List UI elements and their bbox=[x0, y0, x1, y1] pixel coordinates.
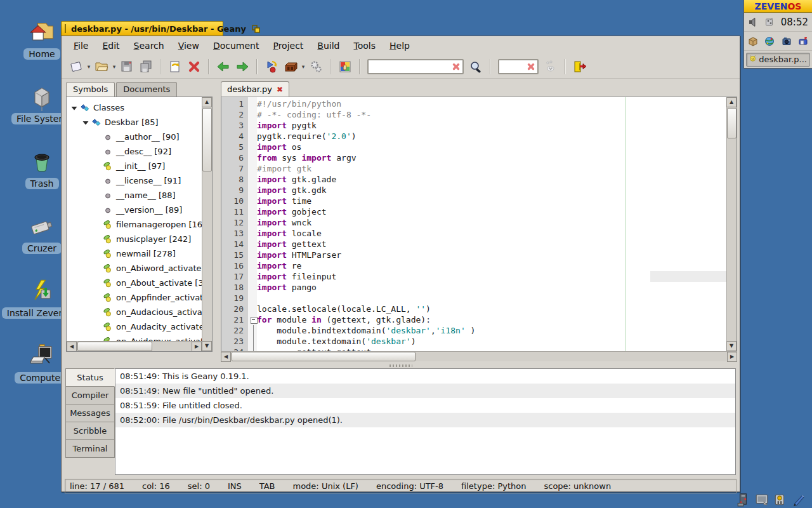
tree-item-onAbiwordactivate[interactable]: on_Abiword_activate [4 bbox=[67, 261, 202, 276]
menu-view[interactable]: View bbox=[171, 38, 206, 53]
close-icon[interactable] bbox=[185, 57, 204, 76]
dropdown-arrow-icon[interactable]: ▾ bbox=[300, 64, 306, 70]
window-close-button[interactable] bbox=[65, 24, 66, 33]
tab-close-icon[interactable]: ✖ bbox=[277, 85, 283, 94]
tree-item-license[interactable]: __license__ [91] bbox=[67, 173, 202, 188]
forward-icon[interactable] bbox=[233, 57, 252, 76]
tree-item-desc[interactable]: __desc__ [92] bbox=[67, 144, 202, 159]
tab-documents[interactable]: Documents bbox=[116, 82, 177, 97]
clock[interactable]: 08:52 bbox=[781, 17, 808, 28]
tree-item-version[interactable]: __version__ [89] bbox=[67, 203, 202, 217]
mixer-icon[interactable] bbox=[764, 17, 775, 27]
tree-item-Deskbar[interactable]: Deskbar [85] bbox=[67, 115, 202, 130]
scroll-up-icon[interactable]: ▲ bbox=[726, 97, 737, 107]
scroll-thumb[interactable] bbox=[202, 108, 212, 171]
menu-project[interactable]: Project bbox=[266, 38, 310, 53]
window-title-tab[interactable]: deskbar.py - /usr/bin/Deskbar - Geany bbox=[61, 21, 223, 36]
volume-icon[interactable] bbox=[748, 17, 758, 27]
revert-icon[interactable] bbox=[166, 57, 185, 76]
tree-item-Classes[interactable]: Classes bbox=[67, 100, 202, 115]
status-message[interactable]: 08:51:59: File untitled closed. bbox=[115, 398, 735, 413]
stylus-icon[interactable] bbox=[792, 493, 806, 507]
system-tower-icon[interactable] bbox=[737, 493, 750, 507]
scroll-down-icon[interactable]: ▼ bbox=[202, 341, 212, 351]
goto-line-icon[interactable] bbox=[541, 57, 560, 76]
tree-item-newmail[interactable]: newmail [278] bbox=[67, 246, 202, 261]
search-entry-input[interactable] bbox=[369, 61, 451, 72]
scroll-right-icon[interactable]: ▶ bbox=[192, 342, 202, 352]
scroll-up-icon[interactable]: ▲ bbox=[202, 97, 212, 107]
open-file-icon[interactable] bbox=[92, 57, 111, 76]
tab-symbols[interactable]: Symbols bbox=[66, 82, 115, 97]
tree-label: Classes bbox=[93, 103, 124, 112]
tree-item-author[interactable]: __author__ [90] bbox=[67, 130, 202, 144]
expander-icon[interactable] bbox=[70, 104, 78, 112]
save-all-icon[interactable] bbox=[136, 57, 155, 76]
menu-build[interactable]: Build bbox=[310, 38, 346, 53]
task-button-deskbar[interactable]: deskbar.p... bbox=[746, 53, 810, 67]
tree-item-onAboutactivate[interactable]: on_About_activate [389 bbox=[67, 276, 202, 290]
fold-margin[interactable] bbox=[248, 97, 257, 351]
new-document-icon[interactable] bbox=[67, 57, 86, 76]
run-icon[interactable] bbox=[306, 57, 325, 76]
goto-entry[interactable] bbox=[498, 59, 539, 74]
msgtab-scribble[interactable]: Scribble bbox=[65, 422, 115, 440]
tree-item-onAudaciousactivate[interactable]: on_Audacious_activate bbox=[67, 305, 202, 319]
search-icon[interactable] bbox=[466, 57, 485, 76]
back-icon[interactable] bbox=[214, 57, 233, 76]
tree-item-onAppfinderactivate[interactable]: on_Appfinder_activate bbox=[67, 290, 202, 305]
menu-file[interactable]: File bbox=[67, 38, 95, 53]
tab-deskbar-py[interactable]: deskbar.py ✖ bbox=[221, 81, 289, 97]
quit-icon[interactable] bbox=[570, 57, 589, 76]
scroll-thumb[interactable] bbox=[232, 352, 416, 361]
fold-minus-icon[interactable] bbox=[249, 314, 258, 325]
build-icon[interactable] bbox=[281, 57, 300, 76]
tree-item-filemanageropen[interactable]: filemanageropen [160] bbox=[67, 217, 202, 232]
tree-item-name[interactable]: __name__ [88] bbox=[67, 188, 202, 203]
power-device-icon[interactable] bbox=[773, 493, 787, 507]
mail-icon[interactable] bbox=[798, 36, 808, 46]
scroll-left-icon[interactable]: ◀ bbox=[67, 342, 77, 352]
status-message[interactable]: 08:51:49: This is Geany 0.19.1. bbox=[115, 369, 735, 384]
package-icon[interactable] bbox=[748, 36, 758, 46]
window-zoom-button[interactable] bbox=[251, 24, 261, 34]
menu-tools[interactable]: Tools bbox=[347, 38, 383, 53]
clear-icon[interactable] bbox=[451, 62, 461, 72]
expander-icon[interactable] bbox=[82, 119, 89, 126]
sidebar-vscrollbar[interactable]: ▲ ▼ bbox=[202, 97, 212, 351]
tree-item-musicplayer[interactable]: musicplayer [242] bbox=[67, 232, 202, 246]
display-icon[interactable] bbox=[755, 493, 769, 507]
menu-search[interactable]: Search bbox=[127, 38, 171, 53]
tree-item-init[interactable]: __init__ [97] bbox=[67, 159, 202, 173]
goto-entry-input[interactable] bbox=[499, 61, 526, 72]
search-entry[interactable] bbox=[367, 59, 464, 74]
scroll-thumb[interactable] bbox=[77, 342, 152, 351]
msgtab-compiler[interactable]: Compiler bbox=[65, 386, 115, 404]
pane-splitter[interactable] bbox=[62, 363, 740, 368]
scroll-left-icon[interactable]: ◀ bbox=[221, 352, 231, 362]
scroll-down-icon[interactable]: ▼ bbox=[726, 341, 737, 351]
msgtab-terminal[interactable]: Terminal bbox=[65, 439, 115, 458]
web-browser-icon[interactable] bbox=[764, 36, 775, 46]
scroll-right-icon[interactable]: ▶ bbox=[727, 352, 737, 362]
sidebar-hscrollbar[interactable]: ◀ ▶ bbox=[67, 341, 202, 351]
menu-help[interactable]: Help bbox=[383, 38, 417, 53]
clear-icon[interactable] bbox=[526, 62, 536, 72]
editor-hscrollbar[interactable]: ◀ ▶ bbox=[221, 351, 737, 361]
msgtab-status[interactable]: Status bbox=[65, 368, 115, 387]
media-device-icon[interactable] bbox=[782, 36, 792, 46]
menu-document[interactable]: Document bbox=[206, 38, 266, 53]
colors-icon[interactable] bbox=[336, 57, 355, 76]
msgtab-messages[interactable]: Messages bbox=[65, 404, 115, 422]
scroll-thumb[interactable] bbox=[727, 108, 737, 138]
menu-edit[interactable]: Edit bbox=[95, 38, 126, 53]
save-icon[interactable] bbox=[117, 57, 136, 76]
status-message[interactable]: 08:52:00: File /usr/bin/Deskbar/deskbar.… bbox=[115, 413, 735, 427]
tree-item-onAudacityactivate[interactable]: on_Audacity_activate [4 bbox=[67, 319, 202, 334]
dropdown-arrow-icon[interactable]: ▾ bbox=[111, 64, 117, 70]
editor-text-area[interactable]: #!/usr/bin/python# -*- coding: utf-8 -*-… bbox=[221, 97, 737, 351]
compile-icon[interactable] bbox=[262, 57, 281, 76]
status-message[interactable]: 08:51:49: New file "untitled" opened. bbox=[115, 384, 735, 398]
editor-vscrollbar[interactable]: ▲ ▼ bbox=[726, 97, 737, 351]
dropdown-arrow-icon[interactable]: ▾ bbox=[86, 64, 92, 70]
